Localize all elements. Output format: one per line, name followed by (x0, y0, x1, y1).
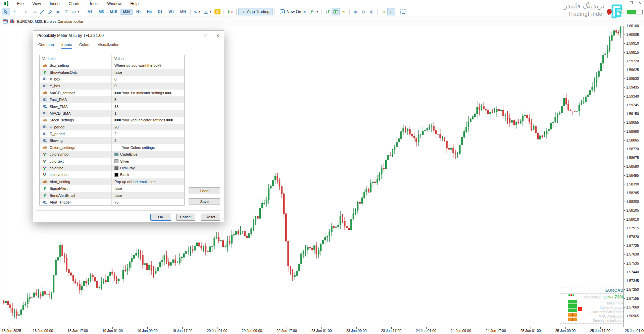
table-row[interactable]: abColors_settings=== Your Colors setting… (40, 144, 184, 151)
dialog-minimize-button[interactable]: – (188, 31, 200, 41)
line-chart-mode-button[interactable]: ∿ (340, 8, 348, 15)
timeframe-button-m30[interactable]: M30 (120, 9, 133, 15)
table-row[interactable]: ↱SendAlertEmailfalse (40, 192, 184, 199)
timeframe-button-w1[interactable]: W1 (166, 9, 177, 15)
save-button[interactable]: Save (189, 198, 220, 205)
menu-item-insert[interactable]: Insert (45, 0, 64, 7)
time-label: 23 Jun 01:00 (311, 329, 332, 333)
table-row[interactable]: abStoch_settings=== Your 2nd indicator s… (40, 117, 184, 123)
price-tick (624, 70, 625, 70)
chart-shift-button[interactable]: ⇥ (379, 8, 387, 15)
auto-scroll-button[interactable]: ⇤ (387, 8, 395, 15)
cursor-tool-button[interactable] (2, 8, 10, 15)
zoom-in-button[interactable]: ⊕ (351, 8, 359, 15)
table-row[interactable]: colorsymbolCadetBlue (40, 151, 184, 158)
menu-item-file[interactable]: File (13, 0, 28, 7)
timeframe-button-d1[interactable]: D1 (155, 9, 165, 15)
probability-label: Probability: (584, 295, 601, 299)
variable-value: 75 (114, 200, 118, 204)
load-button[interactable]: Load (189, 187, 220, 194)
menu-item-view[interactable]: View (28, 0, 45, 7)
trendline-tool-button[interactable] (38, 8, 46, 15)
dialog-close-button[interactable]: ✕ (212, 31, 224, 41)
table-row[interactable]: 01Alert_Trigger75 (40, 199, 184, 206)
timeframe-button-m1[interactable]: M1 (85, 9, 95, 15)
timeframe-button-m5[interactable]: M5 (96, 9, 106, 15)
price-label: 1.57725 (626, 243, 639, 247)
resize-grip[interactable] (220, 218, 223, 221)
dialog-maximize-button[interactable]: ❐ (200, 31, 212, 41)
bar-chart-mode-button[interactable] (324, 8, 332, 15)
channel-tool-button[interactable] (46, 8, 54, 15)
fibonacci-tool-button[interactable]: ≣ (54, 8, 62, 15)
table-row[interactable]: abBox_settingWhere do you want the box? (40, 62, 184, 69)
price-tick (624, 237, 625, 237)
chart-title-strip: EURCAD, M30: Euro vs Canadian dollar (0, 17, 644, 26)
table-row[interactable]: 01MACD_SMA1 (40, 110, 184, 117)
price-label: 1.56965 (626, 314, 639, 318)
menu-item-window[interactable]: Window (103, 0, 126, 7)
cancel-button[interactable]: Cancel (176, 214, 195, 221)
market-watch-button[interactable]: ∿▼ (202, 8, 213, 15)
menu-item-tools[interactable]: Tools (85, 0, 103, 7)
table-row[interactable]: 01Slow_EMA13 (40, 103, 184, 110)
table-row[interactable]: 01X_box0 (40, 76, 184, 82)
variable-value: CadetBlue (120, 152, 137, 156)
tab-visualization[interactable]: Visualization (98, 43, 119, 49)
menu-item-charts[interactable]: Charts (64, 0, 85, 7)
buy-sell-arrows-button[interactable]: ⬆⬇ (226, 8, 235, 15)
table-row[interactable]: 01Y_box0 (40, 82, 184, 89)
tab-inputs[interactable]: Inputs (61, 43, 72, 49)
table-row[interactable]: abMACD_settings=== Your 1st indicator se… (40, 90, 184, 96)
table-row[interactable]: 01D_period2 (40, 130, 184, 137)
shapes-tool-button[interactable]: △○▼ (70, 8, 81, 15)
table-row[interactable]: ↱SignalAlertfalse (40, 185, 184, 192)
price-label: 1.58675 (626, 156, 639, 160)
screenshot-button[interactable] (399, 8, 408, 15)
chart-style-button[interactable]: ∿▼ (192, 8, 202, 15)
table-row[interactable]: abAlert_settingPop up or/and email alert (40, 178, 184, 185)
table-row[interactable]: colortextSilver (40, 158, 184, 164)
play-icon: ▷ (242, 9, 245, 14)
timeframe-button-h1[interactable]: H1 (134, 9, 144, 15)
table-row[interactable]: colorvaluesBlack (40, 171, 184, 178)
timeframe-button-h4[interactable]: H4 (144, 9, 154, 15)
horizontal-line-tool-button[interactable]: ⊸ (30, 8, 38, 15)
candle-chart-mode-button[interactable] (332, 8, 340, 15)
new-order-button[interactable]: + New Order (277, 8, 309, 15)
tile-windows-button[interactable]: ⊞ (367, 8, 376, 15)
new-order-label: New Order (287, 9, 306, 14)
ok-button[interactable]: OK (150, 214, 171, 221)
vertical-line-tool-button[interactable]: ǂ (22, 8, 30, 15)
tab-colors[interactable]: Colors (79, 43, 90, 49)
restore-button[interactable]: ❐ (630, 1, 633, 5)
algo-trading-button[interactable]: ▷ Algo Trading (238, 8, 273, 15)
table-row[interactable]: 01Slowing2 (40, 137, 184, 144)
table-row[interactable]: 01Fast_EMA5 (40, 96, 184, 103)
price-label: 1.58200 (626, 200, 639, 204)
table-row[interactable]: 01K_period20 (40, 124, 184, 130)
table-row[interactable]: ↱ShowValuesOnlyfalse (40, 69, 184, 75)
timeframe-button-m15[interactable]: M15 (107, 9, 119, 15)
table-row[interactable]: colorlineDimGray (40, 165, 184, 171)
time-axis[interactable]: 18 Jun 202518 Jun 09:0018 Jun 17:0019 Ju… (0, 327, 644, 334)
num-type-icon: 01 (42, 125, 48, 129)
variable-value: === Your Colors settings === (114, 146, 162, 150)
tab-common[interactable]: Common (38, 43, 54, 49)
variable-name: MACD_SMA (50, 111, 70, 115)
close-button[interactable]: ✕ (638, 1, 641, 5)
price-axis[interactable]: 1.601001.600051.599101.598151.597201.596… (624, 26, 644, 327)
inputs-table[interactable]: VariableValueabBox_settingWhere do you w… (39, 55, 185, 206)
brand-name-farsi: تریدینگ فایندر (564, 2, 604, 10)
zoom-out-button[interactable]: ⊖ (359, 8, 367, 15)
text-tool-button[interactable]: T (62, 8, 70, 15)
indicators-button[interactable]: 𝆑∿▼ (309, 8, 320, 15)
crosshair-tool-button[interactable]: ✛ (10, 8, 18, 15)
price-label: 1.57440 (626, 270, 639, 274)
menu-item-help[interactable]: Help (126, 0, 143, 7)
price-tick (624, 263, 625, 264)
timeframe-button-mn[interactable]: MN (178, 9, 189, 15)
deposit-button[interactable]: $ (213, 8, 222, 15)
reset-button[interactable]: Reset (201, 214, 220, 221)
num-type-icon: 01 (42, 111, 48, 115)
